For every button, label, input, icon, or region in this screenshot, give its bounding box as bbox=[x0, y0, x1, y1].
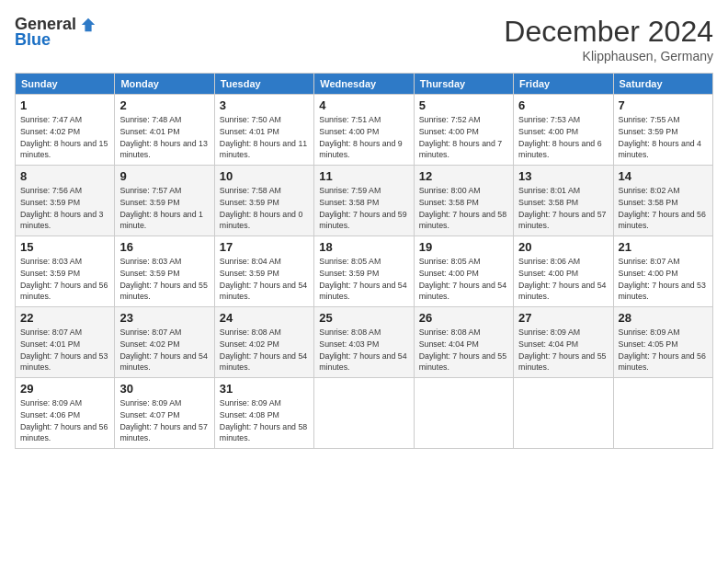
table-row: 11 Sunrise: 7:59 AM Sunset: 3:58 PM Dayl… bbox=[314, 166, 414, 236]
table-row: 26 Sunrise: 8:08 AM Sunset: 4:04 PM Dayl… bbox=[414, 307, 513, 378]
day-number: 7 bbox=[619, 98, 708, 112]
table-row: 7 Sunrise: 7:55 AM Sunset: 3:59 PM Dayli… bbox=[613, 95, 712, 166]
day-info: Sunrise: 8:05 AM Sunset: 3:59 PM Dayligh… bbox=[319, 256, 408, 303]
day-number: 23 bbox=[119, 311, 209, 325]
day-info: Sunrise: 7:52 AM Sunset: 4:00 PM Dayligh… bbox=[419, 114, 508, 161]
table-row: 8 Sunrise: 7:56 AM Sunset: 3:59 PM Dayli… bbox=[16, 166, 115, 236]
calendar-week-row: 22 Sunrise: 8:07 AM Sunset: 4:01 PM Dayl… bbox=[16, 307, 713, 378]
table-row: 24 Sunrise: 8:08 AM Sunset: 4:02 PM Dayl… bbox=[214, 307, 313, 378]
day-number: 16 bbox=[119, 240, 209, 254]
location-subtitle: Klipphausen, Germany bbox=[504, 49, 713, 63]
day-number: 10 bbox=[220, 169, 309, 183]
table-row: 19 Sunrise: 8:05 AM Sunset: 4:00 PM Dayl… bbox=[414, 236, 513, 307]
day-info: Sunrise: 8:05 AM Sunset: 4:00 PM Dayligh… bbox=[419, 256, 508, 303]
calendar-week-row: 1 Sunrise: 7:47 AM Sunset: 4:02 PM Dayli… bbox=[16, 95, 713, 166]
day-number: 21 bbox=[619, 240, 708, 254]
table-row bbox=[514, 378, 613, 449]
day-info: Sunrise: 8:00 AM Sunset: 3:58 PM Dayligh… bbox=[419, 185, 508, 232]
day-number: 18 bbox=[319, 240, 408, 254]
day-number: 19 bbox=[419, 240, 508, 254]
table-row: 29 Sunrise: 8:09 AM Sunset: 4:06 PM Dayl… bbox=[16, 378, 115, 449]
col-friday: Friday bbox=[514, 74, 613, 95]
table-row: 16 Sunrise: 8:03 AM Sunset: 3:59 PM Dayl… bbox=[115, 236, 214, 307]
calendar-week-row: 29 Sunrise: 8:09 AM Sunset: 4:06 PM Dayl… bbox=[16, 378, 713, 449]
day-info: Sunrise: 8:04 AM Sunset: 3:59 PM Dayligh… bbox=[220, 256, 309, 303]
table-row: 14 Sunrise: 8:02 AM Sunset: 3:58 PM Dayl… bbox=[613, 166, 712, 236]
day-info: Sunrise: 8:07 AM Sunset: 4:02 PM Dayligh… bbox=[119, 327, 209, 373]
logo-icon bbox=[80, 17, 97, 33]
table-row: 2 Sunrise: 7:48 AM Sunset: 4:01 PM Dayli… bbox=[115, 95, 214, 166]
table-row: 28 Sunrise: 8:09 AM Sunset: 4:05 PM Dayl… bbox=[613, 307, 712, 378]
day-number: 30 bbox=[119, 382, 209, 396]
day-number: 31 bbox=[220, 382, 309, 396]
table-row: 10 Sunrise: 7:58 AM Sunset: 3:59 PM Dayl… bbox=[214, 166, 313, 236]
day-info: Sunrise: 8:02 AM Sunset: 3:58 PM Dayligh… bbox=[619, 185, 708, 232]
day-number: 11 bbox=[319, 169, 408, 183]
day-info: Sunrise: 8:09 AM Sunset: 4:04 PM Dayligh… bbox=[518, 327, 608, 373]
day-info: Sunrise: 8:08 AM Sunset: 4:04 PM Dayligh… bbox=[419, 327, 508, 373]
day-info: Sunrise: 8:09 AM Sunset: 4:07 PM Dayligh… bbox=[119, 397, 209, 444]
table-row: 22 Sunrise: 8:07 AM Sunset: 4:01 PM Dayl… bbox=[16, 307, 115, 378]
day-info: Sunrise: 7:51 AM Sunset: 4:00 PM Dayligh… bbox=[319, 114, 408, 161]
day-number: 29 bbox=[20, 382, 109, 396]
calendar-table: Sunday Monday Tuesday Wednesday Thursday… bbox=[15, 73, 713, 449]
table-row: 25 Sunrise: 8:08 AM Sunset: 4:03 PM Dayl… bbox=[314, 307, 414, 378]
table-row: 4 Sunrise: 7:51 AM Sunset: 4:00 PM Dayli… bbox=[314, 95, 414, 166]
calendar-week-row: 8 Sunrise: 7:56 AM Sunset: 3:59 PM Dayli… bbox=[16, 166, 713, 236]
calendar-week-row: 15 Sunrise: 8:03 AM Sunset: 3:59 PM Dayl… bbox=[16, 236, 713, 307]
logo-blue-text: Blue bbox=[15, 30, 51, 50]
table-row: 31 Sunrise: 8:09 AM Sunset: 4:08 PM Dayl… bbox=[214, 378, 313, 449]
page-header: General Blue December 2024 Klipphausen, … bbox=[15, 15, 713, 63]
day-info: Sunrise: 7:47 AM Sunset: 4:02 PM Dayligh… bbox=[20, 114, 109, 161]
table-row bbox=[613, 378, 712, 449]
day-number: 15 bbox=[20, 240, 109, 254]
day-info: Sunrise: 8:01 AM Sunset: 3:58 PM Dayligh… bbox=[518, 185, 608, 232]
col-sunday: Sunday bbox=[16, 74, 115, 95]
day-info: Sunrise: 8:07 AM Sunset: 4:00 PM Dayligh… bbox=[619, 256, 708, 303]
day-number: 26 bbox=[419, 311, 508, 325]
day-info: Sunrise: 8:03 AM Sunset: 3:59 PM Dayligh… bbox=[119, 256, 209, 303]
table-row: 6 Sunrise: 7:53 AM Sunset: 4:00 PM Dayli… bbox=[514, 95, 613, 166]
day-number: 5 bbox=[419, 98, 508, 112]
day-info: Sunrise: 8:08 AM Sunset: 4:03 PM Dayligh… bbox=[319, 327, 408, 373]
month-title: December 2024 bbox=[504, 15, 713, 49]
table-row: 21 Sunrise: 8:07 AM Sunset: 4:00 PM Dayl… bbox=[613, 236, 712, 307]
table-row bbox=[414, 378, 513, 449]
day-info: Sunrise: 7:53 AM Sunset: 4:00 PM Dayligh… bbox=[518, 114, 608, 161]
table-row: 18 Sunrise: 8:05 AM Sunset: 3:59 PM Dayl… bbox=[314, 236, 414, 307]
day-number: 8 bbox=[20, 169, 109, 183]
table-row: 15 Sunrise: 8:03 AM Sunset: 3:59 PM Dayl… bbox=[16, 236, 115, 307]
day-number: 4 bbox=[319, 98, 408, 112]
day-info: Sunrise: 7:59 AM Sunset: 3:58 PM Dayligh… bbox=[319, 185, 408, 232]
day-number: 12 bbox=[419, 169, 508, 183]
day-number: 24 bbox=[220, 311, 309, 325]
day-number: 17 bbox=[220, 240, 309, 254]
day-info: Sunrise: 8:09 AM Sunset: 4:06 PM Dayligh… bbox=[20, 397, 109, 444]
day-info: Sunrise: 8:03 AM Sunset: 3:59 PM Dayligh… bbox=[20, 256, 109, 303]
col-monday: Monday bbox=[115, 74, 214, 95]
calendar-header-row: Sunday Monday Tuesday Wednesday Thursday… bbox=[16, 74, 713, 95]
day-info: Sunrise: 8:07 AM Sunset: 4:01 PM Dayligh… bbox=[20, 327, 109, 373]
day-info: Sunrise: 8:09 AM Sunset: 4:05 PM Dayligh… bbox=[619, 327, 708, 373]
day-info: Sunrise: 8:09 AM Sunset: 4:08 PM Dayligh… bbox=[220, 397, 309, 444]
page-container: General Blue December 2024 Klipphausen, … bbox=[0, 0, 728, 458]
day-number: 27 bbox=[518, 311, 608, 325]
day-info: Sunrise: 7:57 AM Sunset: 3:59 PM Dayligh… bbox=[119, 185, 209, 232]
table-row: 17 Sunrise: 8:04 AM Sunset: 3:59 PM Dayl… bbox=[214, 236, 313, 307]
table-row: 9 Sunrise: 7:57 AM Sunset: 3:59 PM Dayli… bbox=[115, 166, 214, 236]
day-number: 25 bbox=[319, 311, 408, 325]
day-number: 22 bbox=[20, 311, 109, 325]
day-number: 6 bbox=[518, 98, 608, 112]
day-number: 13 bbox=[518, 169, 608, 183]
day-number: 14 bbox=[619, 169, 708, 183]
logo: General Blue bbox=[15, 15, 97, 50]
day-info: Sunrise: 8:08 AM Sunset: 4:02 PM Dayligh… bbox=[220, 327, 309, 373]
table-row: 12 Sunrise: 8:00 AM Sunset: 3:58 PM Dayl… bbox=[414, 166, 513, 236]
col-tuesday: Tuesday bbox=[214, 74, 313, 95]
day-number: 1 bbox=[20, 98, 109, 112]
col-thursday: Thursday bbox=[414, 74, 513, 95]
day-info: Sunrise: 7:50 AM Sunset: 4:01 PM Dayligh… bbox=[220, 114, 309, 161]
day-number: 20 bbox=[518, 240, 608, 254]
day-number: 3 bbox=[220, 98, 309, 112]
col-saturday: Saturday bbox=[613, 74, 712, 95]
